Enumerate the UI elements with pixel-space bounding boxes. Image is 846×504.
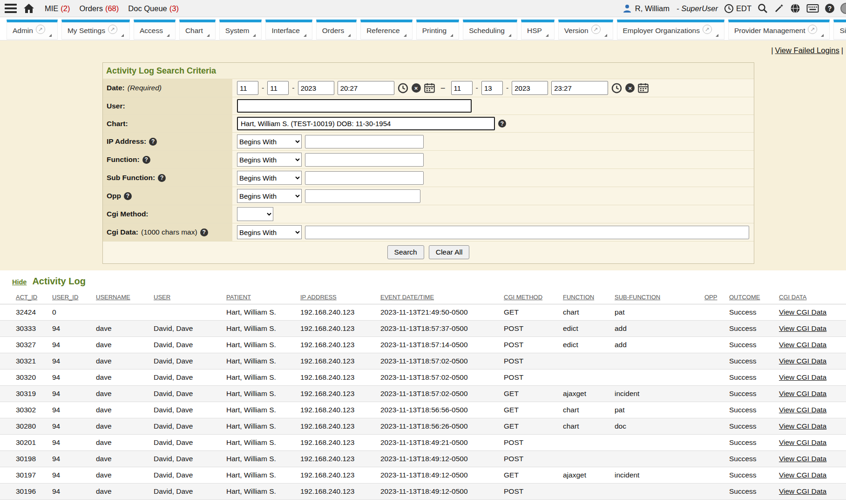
- hide-link[interactable]: Hide: [12, 278, 27, 286]
- cell-outcome: Success: [729, 418, 779, 435]
- view-cgi-data-link[interactable]: View CGI Data: [779, 357, 826, 365]
- view-cgi-data-link[interactable]: View CGI Data: [779, 471, 826, 479]
- external-link-icon: ↗: [108, 25, 117, 34]
- cutoff-icon[interactable]: [840, 3, 846, 14]
- function-operator-select[interactable]: Begins With: [237, 153, 302, 167]
- tab-scheduling[interactable]: Scheduling: [463, 20, 517, 40]
- home-icon[interactable]: [23, 3, 34, 13]
- tab-interface[interactable]: Interface: [265, 20, 312, 40]
- sub-function-input[interactable]: [305, 171, 424, 185]
- cgi-data-operator-select[interactable]: Begins With: [237, 225, 302, 239]
- view-cgi-data-link[interactable]: View CGI Data: [779, 390, 826, 397]
- tab-orders[interactable]: Orders: [316, 20, 357, 40]
- wand-icon[interactable]: [774, 3, 784, 13]
- to-day-input[interactable]: [481, 81, 503, 95]
- opp-help-icon[interactable]: ?: [124, 192, 132, 200]
- to-year-input[interactable]: [512, 81, 548, 95]
- to-date-clear-icon[interactable]: ×: [625, 83, 635, 93]
- sub-function-operator-select[interactable]: Begins With: [237, 171, 302, 185]
- view-cgi-data-link[interactable]: View CGI Data: [779, 406, 826, 414]
- column-header-outcome[interactable]: OUTCOME: [729, 290, 779, 304]
- tab-corner-icon: [604, 34, 607, 37]
- ip-address-input[interactable]: [305, 135, 424, 148]
- view-cgi-data-link[interactable]: View CGI Data: [779, 455, 826, 463]
- cgi-method-label: Cgi Method:: [103, 205, 232, 223]
- opp-operator-select[interactable]: Begins With: [237, 189, 302, 203]
- view-cgi-data-link[interactable]: View CGI Data: [779, 308, 826, 316]
- column-header-method[interactable]: CGI METHOD: [504, 290, 563, 304]
- column-header-subfunction[interactable]: SUB-FUNCTION: [615, 290, 704, 304]
- user-input[interactable]: [237, 99, 472, 113]
- column-header-username[interactable]: USERNAME: [96, 290, 154, 304]
- nav-item-doc-queue[interactable]: Doc Queue(3): [128, 4, 179, 13]
- search-button[interactable]: Search: [387, 245, 424, 259]
- cgi-data-input[interactable]: [305, 226, 749, 239]
- from-time-clock-icon[interactable]: [398, 83, 408, 94]
- tab-printing[interactable]: Printing: [416, 20, 460, 40]
- tab-corner-icon: [546, 34, 548, 37]
- globe-icon[interactable]: [790, 3, 800, 13]
- tab-my-settings[interactable]: My Settings↗: [61, 20, 130, 40]
- keyboard-icon[interactable]: [806, 4, 819, 13]
- tab-reference[interactable]: Reference: [360, 20, 413, 40]
- from-month-input[interactable]: [237, 81, 258, 95]
- column-header-user[interactable]: USER: [154, 290, 226, 304]
- hamburger-menu-icon[interactable]: [5, 3, 17, 13]
- timezone-indicator[interactable]: EDT: [724, 4, 751, 13]
- view-cgi-data-link[interactable]: View CGI Data: [779, 341, 826, 349]
- column-header-patient[interactable]: PATIENT: [226, 290, 300, 304]
- column-header-act_id[interactable]: ACT_ID: [0, 290, 52, 304]
- sub-function-help-icon[interactable]: ?: [158, 174, 166, 182]
- column-header-datetime[interactable]: EVENT DATE/TIME: [380, 290, 504, 304]
- cgi-method-select[interactable]: [237, 207, 273, 221]
- chart-help-icon[interactable]: ?: [498, 120, 506, 128]
- view-cgi-data-link[interactable]: View CGI Data: [779, 373, 826, 381]
- chart-input[interactable]: [237, 117, 495, 130]
- cell-function: ajaxget: [563, 386, 615, 402]
- column-header-opp[interactable]: OPP: [704, 290, 729, 304]
- column-header-cgi[interactable]: CGI DATA: [779, 290, 846, 304]
- column-header-user_id[interactable]: USER_ID: [52, 290, 96, 304]
- from-date-calendar-icon[interactable]: [424, 83, 435, 93]
- tab-provider-management[interactable]: Provider Management↗: [728, 20, 830, 40]
- to-time-clock-icon[interactable]: [611, 83, 622, 94]
- from-day-input[interactable]: [267, 81, 289, 95]
- tab-admin[interactable]: Admin↗: [7, 20, 58, 40]
- view-cgi-data-link[interactable]: View CGI Data: [779, 487, 826, 495]
- tab-employer-organizations[interactable]: Employer Organizations↗: [617, 20, 724, 40]
- search-icon[interactable]: [758, 3, 768, 13]
- from-date-clear-icon[interactable]: ×: [412, 83, 421, 93]
- clear-all-button[interactable]: Clear All: [429, 245, 470, 259]
- to-time-input[interactable]: [551, 81, 608, 95]
- view-cgi-data-link[interactable]: View CGI Data: [779, 438, 826, 446]
- opp-input[interactable]: [305, 189, 420, 203]
- function-help-icon[interactable]: ?: [142, 156, 150, 164]
- view-failed-logins-link[interactable]: View Failed Logins: [775, 46, 839, 54]
- from-time-input[interactable]: [338, 81, 394, 95]
- tab-similar-exposure[interactable]: Similar Exposure: [833, 20, 846, 40]
- cell-patient: Hart, William S.: [226, 321, 300, 337]
- tab-version[interactable]: Version↗: [558, 20, 613, 40]
- tab-bar: Admin↗My Settings↗AccessChartSystemInter…: [0, 17, 846, 40]
- tab-system[interactable]: System: [219, 20, 262, 40]
- column-header-function[interactable]: FUNCTION: [563, 290, 615, 304]
- cgi-data-help-icon[interactable]: ?: [200, 228, 208, 236]
- view-cgi-data-link[interactable]: View CGI Data: [779, 324, 826, 332]
- ip-operator-select[interactable]: Begins With: [237, 134, 302, 148]
- function-input[interactable]: [305, 153, 424, 167]
- column-header-ip[interactable]: IP ADDRESS: [300, 290, 380, 304]
- tab-access[interactable]: Access: [134, 20, 176, 40]
- to-month-input[interactable]: [451, 81, 473, 95]
- ip-address-help-icon[interactable]: ?: [149, 138, 157, 146]
- nav-item-orders[interactable]: Orders(68): [80, 4, 119, 13]
- cell-patient: Hart, William S.: [226, 467, 300, 484]
- table-row: 3030294daveDavid, DaveHart, William S.19…: [0, 402, 846, 418]
- view-cgi-data-link[interactable]: View CGI Data: [779, 422, 826, 430]
- from-year-input[interactable]: [298, 81, 334, 95]
- user-menu[interactable]: R, William - SuperUser: [623, 4, 718, 13]
- help-icon[interactable]: ?: [825, 4, 834, 13]
- tab-hsp[interactable]: HSP: [521, 20, 555, 40]
- nav-item-mie[interactable]: MIE(2): [45, 4, 70, 13]
- tab-chart[interactable]: Chart: [179, 20, 216, 40]
- to-date-calendar-icon[interactable]: [638, 83, 649, 93]
